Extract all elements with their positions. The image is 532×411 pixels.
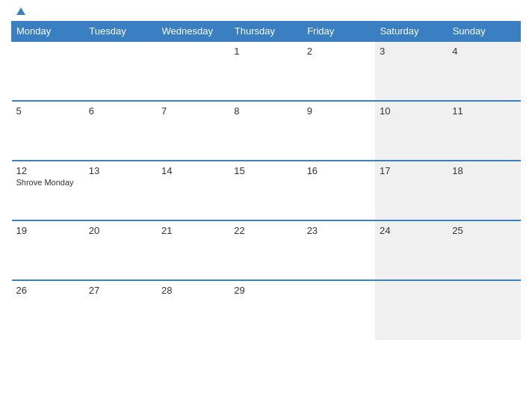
weekday-header-friday: Friday bbox=[303, 22, 375, 42]
day-number: 15 bbox=[234, 165, 297, 176]
day-number: 22 bbox=[234, 225, 297, 236]
week-row: 26272829 bbox=[12, 280, 521, 340]
calendar-cell bbox=[375, 280, 448, 340]
calendar-header bbox=[11, 7, 521, 15]
day-number: 19 bbox=[16, 225, 80, 236]
calendar-cell: 23 bbox=[303, 220, 375, 280]
calendar-cell: 22 bbox=[229, 220, 302, 280]
calendar-cell: 7 bbox=[157, 101, 229, 161]
day-number: 23 bbox=[307, 225, 371, 236]
calendar-cell: 19 bbox=[12, 220, 84, 280]
calendar-cell bbox=[157, 41, 229, 101]
event-label: Shrove Monday bbox=[16, 178, 80, 187]
day-number: 27 bbox=[89, 285, 152, 296]
week-row: 1234 bbox=[12, 41, 521, 101]
calendar-cell: 2 bbox=[303, 41, 375, 101]
weekday-header-tuesday: Tuesday bbox=[84, 22, 157, 42]
day-number: 3 bbox=[380, 46, 443, 57]
day-number: 29 bbox=[234, 285, 297, 296]
calendar-cell: 8 bbox=[229, 101, 302, 161]
day-number: 16 bbox=[307, 165, 371, 176]
day-number: 18 bbox=[452, 165, 516, 176]
weekday-header-thursday: Thursday bbox=[229, 22, 302, 42]
calendar-cell: 14 bbox=[157, 161, 229, 220]
logo bbox=[15, 7, 25, 15]
logo-triangle-icon bbox=[16, 7, 25, 15]
weekday-header-sunday: Sunday bbox=[448, 22, 520, 42]
calendar-cell: 6 bbox=[84, 101, 157, 161]
day-number: 12 bbox=[16, 165, 80, 176]
calendar-cell: 26 bbox=[12, 280, 84, 340]
calendar-cell: 13 bbox=[84, 161, 157, 220]
day-number: 9 bbox=[307, 105, 371, 117]
calendar-cell: 15 bbox=[229, 161, 302, 220]
calendar-cell: 21 bbox=[157, 220, 229, 280]
calendar-cell: 4 bbox=[448, 41, 520, 101]
day-number: 7 bbox=[161, 105, 225, 117]
day-number: 25 bbox=[452, 225, 516, 236]
day-number: 6 bbox=[89, 105, 152, 117]
day-number: 26 bbox=[16, 285, 80, 296]
day-number: 1 bbox=[234, 46, 297, 57]
calendar-cell: 3 bbox=[375, 41, 448, 101]
calendar-cell: 10 bbox=[375, 101, 448, 161]
calendar-container: MondayTuesdayWednesdayThursdayFridaySatu… bbox=[0, 0, 532, 411]
calendar-cell: 25 bbox=[448, 220, 520, 280]
day-number: 13 bbox=[89, 165, 152, 176]
calendar-cell: 28 bbox=[157, 280, 229, 340]
day-number: 11 bbox=[452, 105, 516, 117]
weekday-header-wednesday: Wednesday bbox=[157, 22, 229, 42]
day-number: 2 bbox=[307, 46, 371, 57]
calendar-cell: 1 bbox=[229, 41, 302, 101]
calendar-table: MondayTuesdayWednesdayThursdayFridaySatu… bbox=[11, 21, 521, 340]
day-number: 10 bbox=[380, 105, 443, 117]
weekday-header-monday: Monday bbox=[12, 22, 84, 42]
day-number: 20 bbox=[89, 225, 152, 236]
calendar-cell: 17 bbox=[375, 161, 448, 220]
calendar-cell: 29 bbox=[229, 280, 302, 340]
calendar-cell: 27 bbox=[84, 280, 157, 340]
calendar-cell bbox=[12, 41, 84, 101]
day-number: 17 bbox=[380, 165, 443, 176]
week-row: 567891011 bbox=[12, 101, 521, 161]
week-row: 19202122232425 bbox=[12, 220, 521, 280]
day-number: 21 bbox=[161, 225, 225, 236]
week-row: 12Shrove Monday131415161718 bbox=[12, 161, 521, 220]
weekday-header-saturday: Saturday bbox=[375, 22, 448, 42]
day-number: 14 bbox=[161, 165, 225, 176]
calendar-cell bbox=[303, 280, 375, 340]
calendar-cell bbox=[84, 41, 157, 101]
day-number: 24 bbox=[380, 225, 443, 236]
calendar-cell: 9 bbox=[303, 101, 375, 161]
day-number: 28 bbox=[161, 285, 225, 296]
calendar-cell: 16 bbox=[303, 161, 375, 220]
calendar-cell: 11 bbox=[448, 101, 520, 161]
calendar-cell bbox=[448, 280, 520, 340]
day-number: 8 bbox=[234, 105, 297, 117]
calendar-cell: 20 bbox=[84, 220, 157, 280]
weekday-header-row: MondayTuesdayWednesdayThursdayFridaySatu… bbox=[12, 22, 521, 42]
day-number: 4 bbox=[452, 46, 516, 57]
calendar-cell: 24 bbox=[375, 220, 448, 280]
calendar-cell: 12Shrove Monday bbox=[12, 161, 84, 220]
calendar-cell: 5 bbox=[12, 101, 84, 161]
calendar-cell: 18 bbox=[448, 161, 520, 220]
day-number: 5 bbox=[16, 105, 80, 117]
